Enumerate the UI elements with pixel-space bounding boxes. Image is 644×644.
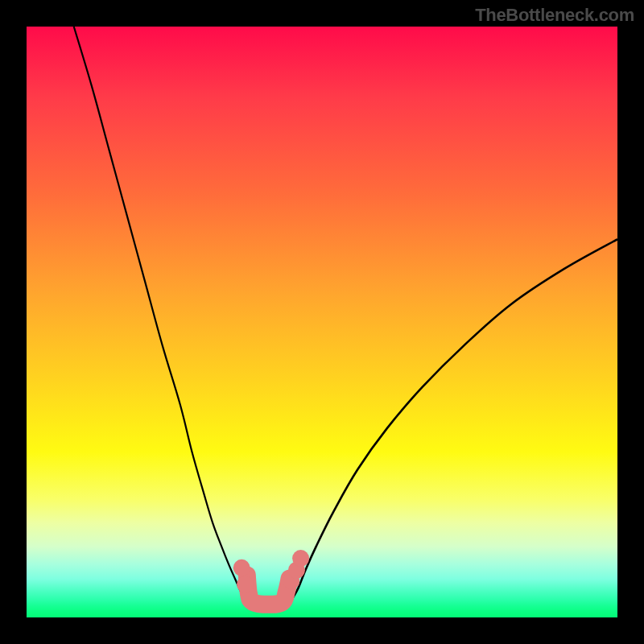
chart-area: [27, 27, 617, 617]
chart-svg: [27, 27, 617, 617]
sweet-spot-marker: [237, 576, 254, 592]
sweet-spot-markers: [233, 550, 309, 592]
curve-right: [287, 239, 617, 605]
curve-left: [74, 27, 250, 605]
sweet-spot-marker: [233, 559, 250, 576]
site-watermark: TheBottleneck.com: [475, 5, 634, 26]
sweet-spot-marker: [292, 550, 309, 567]
